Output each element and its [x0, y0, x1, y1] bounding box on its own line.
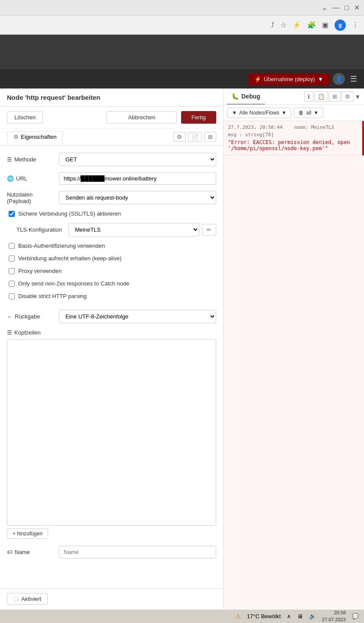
- list-icon: ☰: [7, 329, 12, 336]
- proxy-row: Proxy verwenden: [7, 268, 216, 274]
- nutzdaten-label: Nutzdaten (Payload): [7, 191, 55, 204]
- ssl-checkbox[interactable]: [9, 211, 15, 217]
- left-panel: Node 'http request' bearbeiten Löschen A…: [0, 89, 224, 609]
- name-section: 🏷 Name: [7, 546, 216, 558]
- minimize-icon[interactable]: —: [332, 4, 339, 12]
- deploy-button[interactable]: ⚡ Übernahme (deploy) ▼: [248, 73, 329, 85]
- strict-http-row: Disable strict HTTP parsing: [7, 293, 216, 299]
- globe-icon: 🌐: [7, 175, 14, 182]
- avatar[interactable]: g: [335, 20, 346, 31]
- non2xx-row: Only send non-2xx responses to Catch nod…: [7, 280, 216, 287]
- debug-msg-header: 27.7.2023, 20:58:44 node: MeineTLS: [228, 125, 358, 130]
- clipboard-button[interactable]: 📋: [314, 92, 328, 102]
- url-label: 🌐 URL: [7, 175, 55, 182]
- aktiviert-circle-icon: [13, 597, 19, 602]
- tls-input-group: MeineTLS ✏: [68, 223, 216, 236]
- name-input[interactable]: [59, 546, 216, 558]
- kopfzeilen-section: ☰ Kopfzeilen + hinzufügen: [7, 329, 216, 539]
- rueckgabe-label: ← Rückgabe: [7, 313, 55, 320]
- user-icon-btn[interactable]: 👤: [333, 73, 345, 85]
- debug-msg-subheader: msg : string[70]: [228, 132, 358, 138]
- settings-button[interactable]: ⚙: [341, 92, 354, 102]
- browser-toolbar: ⤴ ☆ ⚡ 🧩 ▣ g ⋮: [0, 16, 364, 35]
- proxy-label: Proxy verwenden: [18, 268, 62, 274]
- panel-header: Node 'http request' bearbeiten: [0, 89, 223, 107]
- debug-tab[interactable]: 🐛 Debug: [227, 89, 265, 105]
- menu-button[interactable]: ☰: [348, 72, 359, 85]
- taskbar-time-label: 20:58: [322, 610, 346, 616]
- strict-http-label: Disable strict HTTP parsing: [18, 293, 87, 299]
- nutzdaten-row: Nutzdaten (Payload) Senden als request-b…: [7, 191, 216, 204]
- clear-label: all: [306, 110, 311, 116]
- non2xx-checkbox[interactable]: [9, 281, 15, 287]
- tab-label: Eigenschaften: [21, 134, 56, 140]
- properties-tab[interactable]: ⚙ Eigenschaften: [7, 131, 63, 143]
- methode-select[interactable]: GET POST PUT DELETE: [59, 153, 216, 166]
- filter-label: Alle Nodes/Flows: [239, 110, 280, 116]
- debug-message: 27.7.2023, 20:58:44 node: MeineTLS msg :…: [224, 121, 362, 155]
- tab-settings-icon[interactable]: ⚙: [173, 132, 185, 142]
- tls-edit-button[interactable]: ✏: [202, 224, 216, 236]
- tls-select[interactable]: MeineTLS: [68, 223, 199, 236]
- warning-taskbar-icon: ⚠: [236, 613, 241, 620]
- rueckgabe-select[interactable]: Eine UTF-8-Zeichenfolge Binärer Puffer J…: [59, 310, 216, 323]
- close-icon[interactable]: ✕: [354, 3, 360, 12]
- info-button[interactable]: ℹ: [304, 92, 313, 102]
- taskbar-arrow-up: ∧: [287, 613, 291, 620]
- debug-header-icons: ℹ 📋 ⊞ ⚙ ▼: [304, 92, 361, 102]
- done-button[interactable]: Fertig: [181, 111, 216, 124]
- taskbar-chat-icon[interactable]: 💬: [352, 613, 359, 620]
- chevron-button[interactable]: ▼: [354, 93, 361, 100]
- clear-arrow-icon: ▼: [314, 110, 319, 116]
- grid-button[interactable]: ⊞: [329, 92, 341, 102]
- taskbar-speaker-icon[interactable]: 🔊: [309, 613, 316, 620]
- filter-icon: ▼: [232, 110, 237, 116]
- tag-icon: 🏷: [7, 549, 13, 555]
- sidebar-icon[interactable]: ▣: [322, 21, 328, 29]
- app-toolbar: ⚡ Übernahme (deploy) ▼ 👤 ☰: [0, 69, 364, 89]
- cancel-button[interactable]: Abbrechen: [107, 111, 176, 124]
- aktiviert-label: Aktiviert: [21, 596, 41, 602]
- taskbar-date-label: 27.07.2023: [322, 616, 346, 623]
- methode-label: ☰ Methode: [7, 156, 55, 163]
- aktiviert-button[interactable]: Aktiviert: [7, 593, 48, 605]
- tab-grid-icon[interactable]: ⊞: [205, 132, 216, 142]
- lightning-icon[interactable]: ⚡: [292, 21, 301, 29]
- basis-auth-row: Basis-Authentifizierung verwenden: [7, 243, 216, 249]
- proxy-checkbox[interactable]: [9, 268, 15, 274]
- filter-nodes-button[interactable]: ▼ Alle Nodes/Flows ▼: [227, 108, 291, 118]
- right-panel: 🐛 Debug ℹ 📋 ⊞ ⚙ ▼ ▼ Alle Nodes/Flows ▼ 🗑…: [224, 89, 364, 609]
- non2xx-label: Only send non-2xx responses to Catch nod…: [18, 280, 130, 287]
- kopfzeilen-box: [7, 339, 216, 526]
- taskbar-clock: 20:58 27.07.2023: [322, 610, 346, 623]
- basis-auth-label: Basis-Authentifizierung verwenden: [18, 243, 105, 249]
- puzzle-icon[interactable]: 🧩: [307, 21, 316, 29]
- debug-title-label: Debug: [241, 93, 260, 100]
- methode-icon: ☰: [7, 156, 12, 163]
- chevron-down-icon[interactable]: ⌄: [322, 3, 327, 12]
- taskbar-network-icon[interactable]: 🖥: [297, 613, 303, 620]
- delete-button[interactable]: Löschen: [7, 111, 43, 124]
- tls-label: TLS-Konfiguration: [16, 226, 64, 233]
- url-input[interactable]: [59, 172, 216, 185]
- menu-icon[interactable]: ⋮: [352, 21, 359, 29]
- strict-http-checkbox[interactable]: [9, 293, 15, 299]
- maximize-icon[interactable]: □: [344, 4, 349, 12]
- deploy-label: Übernahme (deploy): [264, 76, 315, 82]
- ssl-row: Sichere Verbindung (SSL/TLS) aktivieren: [7, 210, 216, 217]
- debug-messages: 27.7.2023, 20:58:44 node: MeineTLS msg :…: [224, 121, 364, 609]
- add-button[interactable]: + hinzufügen: [7, 528, 48, 539]
- nutzdaten-select[interactable]: Senden als request-body Ignorieren: [59, 191, 216, 204]
- keepalive-checkbox[interactable]: [9, 256, 15, 262]
- arrow-left-icon: ←: [7, 313, 13, 320]
- clear-button[interactable]: 🗑 all ▼: [294, 108, 323, 118]
- debug-message-item: 27.7.2023, 20:58:44 node: MeineTLS msg :…: [224, 121, 364, 155]
- trash-icon: 🗑: [299, 110, 304, 116]
- deploy-arrow: ▼: [318, 76, 323, 82]
- basis-auth-checkbox[interactable]: [9, 243, 15, 249]
- tab-doc-icon[interactable]: 📄: [188, 132, 202, 142]
- app-header: [0, 35, 364, 69]
- main-layout: Node 'http request' bearbeiten Löschen A…: [0, 89, 364, 609]
- star-icon[interactable]: ☆: [280, 21, 286, 29]
- share-icon[interactable]: ⤴: [271, 21, 274, 29]
